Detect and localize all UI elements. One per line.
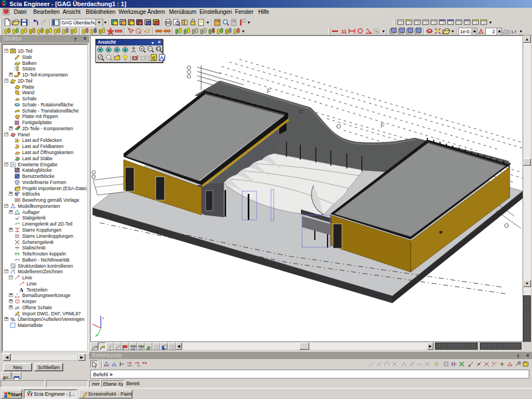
svg-text:A: A <box>19 287 24 293</box>
svg-text:11: 11 <box>341 29 347 34</box>
svg-text:ABC: ABC <box>138 345 144 348</box>
svg-text:z: z <box>103 316 104 320</box>
svg-text:C: C <box>152 55 156 61</box>
svg-text:1.f: 1.f <box>511 29 516 34</box>
svg-text:ABC: ABC <box>130 345 136 348</box>
